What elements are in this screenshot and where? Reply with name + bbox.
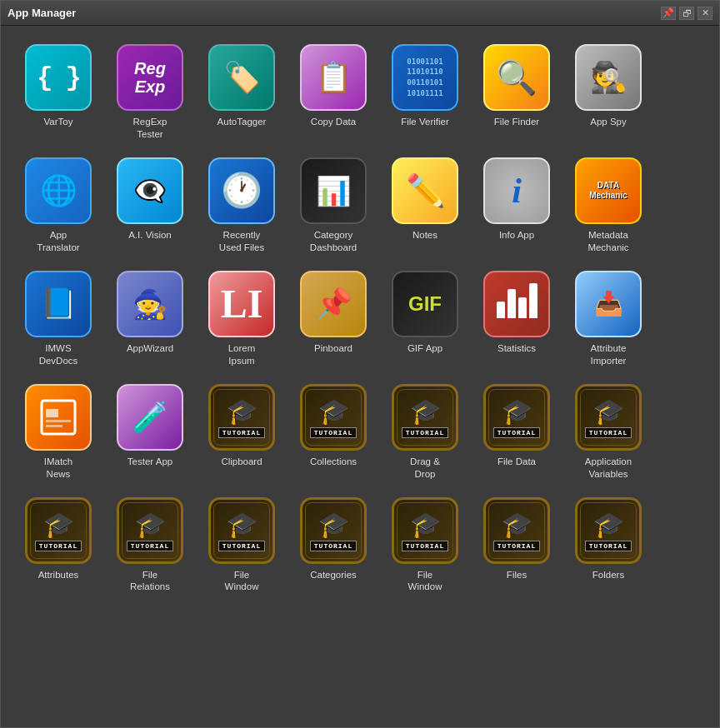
restore-button[interactable]: 🗗 <box>679 7 694 20</box>
recently-label: RecentlyUsed Files <box>219 229 264 254</box>
pinboard-icon: 📌 <box>300 271 367 337</box>
app-tutorial-attributes[interactable]: 🎓 TUTORIAL Attributes <box>12 491 104 601</box>
autotagger-label: AutoTagger <box>218 116 267 128</box>
notes-icon: ✏️ <box>392 157 458 224</box>
filefinder-label: File Finder <box>494 116 539 128</box>
tutorial-folders-label: Folders <box>592 569 624 581</box>
gifapp-label: GIF App <box>408 342 442 355</box>
app-tester-app[interactable]: 🧪 Tester App <box>104 377 196 487</box>
imws-icon: 📘 <box>25 271 92 337</box>
imatchnews-label: IMatchNews <box>44 456 73 481</box>
tutorial-files-label: Files <box>507 569 527 581</box>
metadata-label: MetadataMechanic <box>588 229 628 254</box>
tutorial-file-window-icon: 🎓 TUTORIAL <box>208 497 275 564</box>
infoapp-icon: i <box>483 157 550 224</box>
appwizard-icon: 🧙 <box>117 271 183 337</box>
tutorial-clipboard-icon: 🎓 TUTORIAL <box>208 384 275 451</box>
tutorial-attributes-label: Attributes <box>38 569 79 581</box>
loremipsum-label: LoremIpsum <box>228 342 256 367</box>
app-metadata-mechanic[interactable]: DATAMechanic MetadataMechanic <box>562 151 654 261</box>
svg-rect-3 <box>46 425 62 427</box>
apptranslator-label: AppTranslator <box>37 229 79 254</box>
tutorial-categories-label: Categories <box>310 569 357 581</box>
tutorial-collections-label: Collections <box>310 456 357 468</box>
app-autotagger[interactable]: 🏷️ AutoTagger <box>196 37 288 147</box>
app-appwizard[interactable]: 🧙 AppWizard <box>104 264 196 374</box>
app-translator[interactable]: 🌐 AppTranslator <box>12 151 104 261</box>
app-notes[interactable]: ✏️ Notes <box>379 151 471 261</box>
app-category-dashboard[interactable]: 📊 CategoryDashboard <box>288 151 379 261</box>
app-regexp-tester[interactable]: RegExp RegExpTester <box>104 37 196 147</box>
infoapp-label: Info App <box>499 229 534 242</box>
svg-rect-2 <box>46 420 71 422</box>
gifapp-icon: GIF <box>392 271 458 337</box>
app-lorem-ipsum[interactable]: LI LoremIpsum <box>196 264 288 374</box>
regexp-icon: RegExp <box>117 44 183 111</box>
app-tutorial-file-window2[interactable]: 🎓 TUTORIAL FileWindow <box>379 491 471 601</box>
tutorial-drag-drop-icon: 🎓 TUTORIAL <box>392 384 458 451</box>
app-vartoy[interactable]: { } VarToy <box>12 37 104 147</box>
attributeimporter-icon: 📥 <box>575 271 642 337</box>
vartoy-label: VarToy <box>44 116 73 128</box>
imatchnews-icon <box>25 384 92 451</box>
app-file-verifier[interactable]: 01001101110101100011010110101111 File Ve… <box>379 37 471 147</box>
app-manager-window: App Manager 📌 🗗 ✕ { } VarToy RegExp RegE… <box>0 0 720 728</box>
statistics-icon <box>483 271 550 337</box>
app-attribute-importer[interactable]: 📥 AttributeImporter <box>562 264 654 374</box>
close-button[interactable]: ✕ <box>698 7 712 20</box>
app-recently-used[interactable]: 🕐 RecentlyUsed Files <box>196 151 288 261</box>
app-gif-app[interactable]: GIF GIF App <box>379 264 471 374</box>
statistics-label: Statistics <box>498 342 536 355</box>
filefinder-icon: 🔍 <box>483 44 550 111</box>
app-tutorial-categories[interactable]: 🎓 TUTORIAL Categories <box>288 491 379 601</box>
content-area: { } VarToy RegExp RegExpTester 🏷️ AutoTa… <box>1 26 719 727</box>
titlebar-buttons: 📌 🗗 ✕ <box>661 7 712 20</box>
tutorial-folders-icon: 🎓 TUTORIAL <box>575 497 642 564</box>
fileverifier-icon: 01001101110101100011010110101111 <box>392 44 458 111</box>
app-tutorial-clipboard[interactable]: 🎓 TUTORIAL Clipboard <box>196 377 288 487</box>
tutorial-file-relations-icon: 🎓 TUTORIAL <box>117 497 183 564</box>
tutorial-categories-icon: 🎓 TUTORIAL <box>300 497 367 564</box>
app-statistics[interactable]: Statistics <box>471 264 562 374</box>
pinboard-label: Pinboard <box>314 342 352 355</box>
window-title: App Manager <box>8 7 661 19</box>
tutorial-attributes-icon: 🎓 TUTORIAL <box>25 497 92 564</box>
app-file-finder[interactable]: 🔍 File Finder <box>471 37 562 147</box>
app-pinboard[interactable]: 📌 Pinboard <box>288 264 379 374</box>
tutorial-collections-icon: 🎓 TUTORIAL <box>300 384 367 451</box>
regexp-label: RegExpTester <box>133 116 168 141</box>
app-imatch-news[interactable]: IMatchNews <box>12 377 104 487</box>
testerapp-icon: 🧪 <box>117 384 183 451</box>
app-tutorial-file-data[interactable]: 🎓 TUTORIAL File Data <box>471 377 562 487</box>
attributeimporter-label: AttributeImporter <box>591 342 627 367</box>
app-imws-devdocs[interactable]: 📘 IMWSDevDocs <box>12 264 104 374</box>
app-tutorial-file-relations[interactable]: 🎓 TUTORIAL FileRelations <box>104 491 196 601</box>
aivision-icon: 👁️‍🗨️ <box>117 157 183 224</box>
tutorial-file-window2-icon: 🎓 TUTORIAL <box>392 497 458 564</box>
tutorial-app-variables-label: ApplicationVariables <box>585 456 632 481</box>
app-app-spy[interactable]: 🕵️ App Spy <box>562 37 654 147</box>
tutorial-file-data-icon: 🎓 TUTORIAL <box>483 384 550 451</box>
app-tutorial-app-variables[interactable]: 🎓 TUTORIAL ApplicationVariables <box>562 377 654 487</box>
category-label: CategoryDashboard <box>310 229 357 254</box>
titlebar: App Manager 📌 🗗 ✕ <box>1 1 719 26</box>
autotagger-icon: 🏷️ <box>208 44 275 111</box>
app-tutorial-drag-drop[interactable]: 🎓 TUTORIAL Drag &Drop <box>379 377 471 487</box>
category-icon: 📊 <box>300 157 367 224</box>
tutorial-file-relations-label: FileRelations <box>130 569 170 594</box>
app-tutorial-files[interactable]: 🎓 TUTORIAL Files <box>471 491 562 601</box>
metadata-icon: DATAMechanic <box>575 157 642 224</box>
svg-rect-1 <box>46 409 58 417</box>
pin-button[interactable]: 📌 <box>661 7 676 20</box>
tutorial-file-window2-label: FileWindow <box>408 569 442 594</box>
tutorial-file-data-label: File Data <box>498 456 536 468</box>
app-ai-vision[interactable]: 👁️‍🗨️ A.I. Vision <box>104 151 196 261</box>
app-info-app[interactable]: i Info App <box>471 151 562 261</box>
app-tutorial-folders[interactable]: 🎓 TUTORIAL Folders <box>562 491 654 601</box>
app-copy-data[interactable]: 📋 Copy Data <box>288 37 379 147</box>
tutorial-clipboard-label: Clipboard <box>221 456 262 468</box>
vartoy-icon: { } <box>25 44 92 111</box>
app-tutorial-collections[interactable]: 🎓 TUTORIAL Collections <box>288 377 379 487</box>
app-tutorial-file-window[interactable]: 🎓 TUTORIAL FileWindow <box>196 491 288 601</box>
copydata-label: Copy Data <box>311 116 356 128</box>
